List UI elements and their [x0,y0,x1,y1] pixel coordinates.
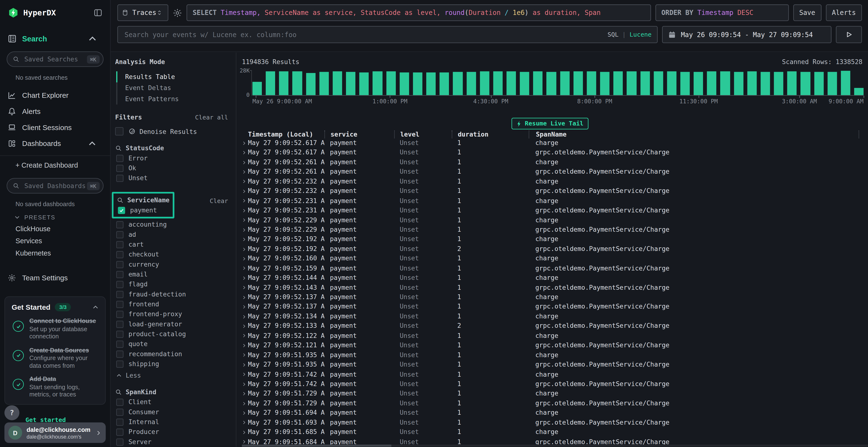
histogram-bar[interactable] [574,72,583,95]
histogram-bar[interactable] [627,71,636,95]
histogram-bar[interactable] [734,72,743,95]
table-row[interactable]: May 27 9:09:51.694 AM payment Unset 1 ch… [242,408,868,418]
histogram-bar[interactable] [787,72,797,95]
histogram-bar[interactable] [346,72,355,95]
histogram-bar[interactable] [841,71,850,95]
sidebar-item-dashboards[interactable]: Dashboards [0,136,110,152]
filter-option-payment[interactable]: payment [115,205,169,215]
checkbox[interactable] [116,418,123,425]
filter-option-email[interactable]: email [115,269,228,279]
table-row[interactable]: May 27 9:09:51.935 AM payment Unset 1 gr… [242,360,868,370]
run-query-button[interactable] [836,26,862,43]
filter-option-server[interactable]: Server [115,437,228,447]
analysis-mode-results-table[interactable]: Results Table [117,71,236,82]
scrollbar-thumb[interactable] [242,445,391,447]
histogram-bar[interactable] [319,72,329,95]
filter-option-product-catalog[interactable]: product-catalog [115,329,228,339]
table-row[interactable]: May 27 9:09:52.232 AM payment Unset 1 ch… [242,177,868,186]
column-header-duration[interactable]: duration [452,130,528,138]
row-expand-chevron-icon[interactable] [242,167,248,177]
row-expand-chevron-icon[interactable] [242,148,248,158]
presets-toggle[interactable]: PRESETS [14,214,110,221]
row-expand-chevron-icon[interactable] [242,283,248,293]
histogram-bar[interactable] [801,72,810,95]
row-expand-chevron-icon[interactable] [242,302,248,312]
table-row[interactable]: May 27 9:09:52.121 AM payment Unset 1 gr… [242,341,868,350]
help-button[interactable]: ? [4,405,19,420]
table-row[interactable]: May 27 9:09:51.685 AM payment Unset 1 ch… [242,427,868,437]
clear-all-button[interactable]: Clear all [195,114,228,121]
sidebar-item-alerts[interactable]: Alerts [0,103,110,119]
sidebar-item-chart-explorer[interactable]: Chart Explorer [0,88,110,104]
histogram-bar[interactable] [814,72,824,95]
row-expand-chevron-icon[interactable] [242,350,248,360]
table-row[interactable]: May 27 9:09:51.729 AM payment Unset 1 ch… [242,389,868,399]
table-row[interactable]: May 27 9:09:52.261 AM payment Unset 1 gr… [242,167,868,177]
sql-select-editor[interactable]: SELECT Timestamp, ServiceName as service… [187,4,651,21]
histogram-bar[interactable] [761,72,770,95]
row-expand-chevron-icon[interactable] [242,341,248,350]
source-select[interactable]: Traces [117,4,168,21]
row-expand-chevron-icon[interactable] [242,244,248,254]
histogram-bar[interactable] [560,71,569,95]
filter-group-header-servicename[interactable]: ServiceName [115,195,169,205]
table-row[interactable]: May 27 9:09:52.617 AM payment Unset 1 gr… [242,148,868,158]
histogram-bar[interactable] [707,71,717,95]
row-expand-chevron-icon[interactable] [242,225,248,235]
checkbox[interactable] [116,428,123,436]
clear-filter-button[interactable]: Clear [210,198,228,205]
histogram-bar[interactable] [426,72,436,95]
filter-option-ok[interactable]: Ok [115,163,228,173]
table-row[interactable]: May 27 9:09:52.261 AM payment Unset 1 ch… [242,158,868,167]
histogram-bar[interactable] [654,72,663,95]
user-menu[interactable]: D dale@clickhouse.com dale@clickhouse.co… [4,422,105,443]
table-row[interactable]: May 27 9:09:52.143 AM payment Unset 1 gr… [242,283,868,293]
denoise-checkbox[interactable] [115,127,123,135]
row-expand-chevron-icon[interactable] [242,418,248,427]
table-row[interactable]: May 27 9:09:51.693 AM payment Unset 1 gr… [242,418,868,427]
checkbox[interactable] [116,231,123,238]
filter-option-accounting[interactable]: accounting [115,219,228,229]
row-expand-chevron-icon[interactable] [242,389,248,399]
table-row[interactable]: May 27 9:09:52.144 AM payment Unset 1 ch… [242,273,868,283]
sidebar-item-search[interactable]: Search [0,32,110,46]
row-expand-chevron-icon[interactable] [242,399,248,408]
filter-option-fraud-detection[interactable]: fraud-detection [115,289,228,299]
event-search-bar[interactable]: SQL | Lucene [117,26,658,43]
row-expand-chevron-icon[interactable] [242,331,248,341]
histogram-bar[interactable] [640,71,650,95]
histogram-bar[interactable] [547,72,556,95]
saved-searches-input[interactable]: ⌘K [7,51,104,67]
histogram-bar[interactable] [266,71,275,95]
table-row[interactable]: May 27 9:09:51.742 AM payment Unset 1 gr… [242,379,868,389]
filter-option-internal[interactable]: Internal [115,417,228,427]
results-histogram[interactable]: 28K 0 May 26 9:00:00 AM1:00:00 PM4:30:00… [242,68,863,103]
saved-dashboards-field[interactable] [23,181,87,190]
row-expand-chevron-icon[interactable] [242,235,248,244]
row-expand-chevron-icon[interactable] [242,273,248,283]
checkbox[interactable] [116,398,123,406]
filter-option-shipping[interactable]: shipping [115,359,228,369]
column-header-timestamp[interactable]: Timestamp (Local) [248,130,324,138]
analysis-mode-event-patterns[interactable]: Event Patterns [117,94,236,105]
row-expand-chevron-icon[interactable] [242,186,248,196]
histogram-bar[interactable] [613,71,623,95]
horizontal-scrollbar[interactable] [242,445,868,447]
get-started-step[interactable]: Create Data Sources Configure where your… [11,346,98,369]
row-expand-chevron-icon[interactable] [242,177,248,186]
alerts-button[interactable]: Alerts [826,4,862,21]
row-expand-chevron-icon[interactable] [242,370,248,379]
histogram-bar[interactable] [413,72,422,95]
checkbox[interactable] [116,291,123,298]
row-expand-chevron-icon[interactable] [242,215,248,225]
checkbox[interactable] [116,154,123,162]
denoise-results-toggle[interactable]: Denoise Results [115,127,236,135]
checkbox[interactable] [116,310,123,318]
histogram-bar[interactable] [600,72,610,95]
filter-option-flagd[interactable]: flagd [115,279,228,289]
row-expand-chevron-icon[interactable] [242,379,248,389]
saved-searches-field[interactable] [23,55,87,64]
row-expand-chevron-icon[interactable] [242,264,248,273]
save-button[interactable]: Save [793,4,821,21]
preset-kubernetes[interactable]: Kubernetes [16,249,110,257]
